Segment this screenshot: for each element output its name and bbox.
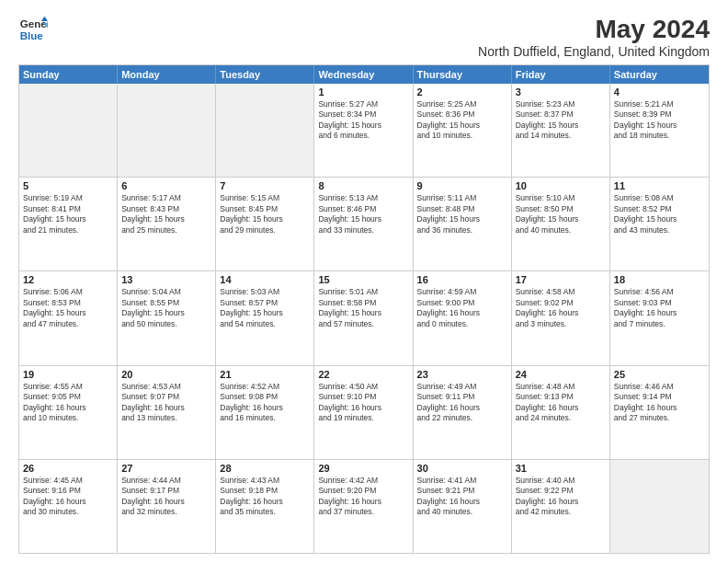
day-cell-24: 24Sunrise: 4:48 AM Sunset: 9:13 PM Dayli… bbox=[512, 366, 610, 459]
day-info: Sunrise: 4:56 AM Sunset: 9:03 PM Dayligh… bbox=[614, 287, 705, 329]
day-info: Sunrise: 4:40 AM Sunset: 9:22 PM Dayligh… bbox=[516, 476, 606, 518]
day-number: 31 bbox=[516, 463, 606, 474]
calendar-body: 1Sunrise: 5:27 AM Sunset: 8:34 PM Daylig… bbox=[19, 84, 709, 553]
day-info: Sunrise: 5:08 AM Sunset: 8:52 PM Dayligh… bbox=[614, 193, 705, 236]
day-info: Sunrise: 4:46 AM Sunset: 9:14 PM Dayligh… bbox=[614, 382, 705, 424]
week-row-4: 19Sunrise: 4:55 AM Sunset: 9:05 PM Dayli… bbox=[19, 366, 709, 460]
day-info: Sunrise: 5:01 AM Sunset: 8:58 PM Dayligh… bbox=[318, 287, 408, 329]
day-cell-5: 5Sunrise: 5:19 AM Sunset: 8:41 PM Daylig… bbox=[19, 178, 118, 270]
day-cell-19: 19Sunrise: 4:55 AM Sunset: 9:05 PM Dayli… bbox=[19, 366, 118, 459]
day-cell-7: 7Sunrise: 5:15 AM Sunset: 8:45 PM Daylig… bbox=[216, 178, 314, 270]
day-cell-10: 10Sunrise: 5:10 AM Sunset: 8:50 PM Dayli… bbox=[512, 178, 610, 270]
day-header-tuesday: Tuesday bbox=[216, 65, 314, 84]
day-cell-29: 29Sunrise: 4:42 AM Sunset: 9:20 PM Dayli… bbox=[314, 460, 413, 553]
day-number: 17 bbox=[516, 274, 606, 285]
day-number: 24 bbox=[516, 369, 606, 380]
day-info: Sunrise: 4:48 AM Sunset: 9:13 PM Dayligh… bbox=[516, 382, 606, 424]
day-info: Sunrise: 4:53 AM Sunset: 9:07 PM Dayligh… bbox=[121, 382, 211, 424]
day-info: Sunrise: 4:42 AM Sunset: 9:20 PM Dayligh… bbox=[318, 476, 408, 518]
day-info: Sunrise: 4:45 AM Sunset: 9:16 PM Dayligh… bbox=[23, 476, 113, 518]
day-cell-2: 2Sunrise: 5:25 AM Sunset: 8:36 PM Daylig… bbox=[414, 84, 512, 177]
day-cell-30: 30Sunrise: 4:41 AM Sunset: 9:21 PM Dayli… bbox=[414, 460, 512, 553]
day-cell-31: 31Sunrise: 4:40 AM Sunset: 9:22 PM Dayli… bbox=[512, 460, 610, 553]
day-number: 23 bbox=[417, 369, 507, 380]
day-info: Sunrise: 5:27 AM Sunset: 8:34 PM Dayligh… bbox=[318, 99, 408, 142]
subtitle: North Duffield, England, United Kingdom bbox=[478, 44, 710, 59]
day-number: 19 bbox=[23, 369, 113, 380]
day-cell-9: 9Sunrise: 5:11 AM Sunset: 8:48 PM Daylig… bbox=[414, 178, 512, 270]
svg-text:Blue: Blue bbox=[20, 30, 44, 41]
day-cell-21: 21Sunrise: 4:52 AM Sunset: 9:08 PM Dayli… bbox=[216, 366, 314, 459]
day-cell-22: 22Sunrise: 4:50 AM Sunset: 9:10 PM Dayli… bbox=[314, 366, 413, 459]
day-number: 14 bbox=[220, 274, 310, 285]
day-cell-14: 14Sunrise: 5:03 AM Sunset: 8:57 PM Dayli… bbox=[216, 271, 314, 364]
day-number: 12 bbox=[23, 274, 113, 285]
day-info: Sunrise: 5:11 AM Sunset: 8:48 PM Dayligh… bbox=[417, 193, 507, 236]
day-info: Sunrise: 5:17 AM Sunset: 8:43 PM Dayligh… bbox=[121, 193, 211, 236]
day-cell-1: 1Sunrise: 5:27 AM Sunset: 8:34 PM Daylig… bbox=[314, 84, 413, 177]
day-info: Sunrise: 5:04 AM Sunset: 8:55 PM Dayligh… bbox=[121, 287, 211, 329]
day-cell-3: 3Sunrise: 5:23 AM Sunset: 8:37 PM Daylig… bbox=[512, 84, 610, 177]
day-number: 28 bbox=[220, 463, 310, 474]
day-number: 15 bbox=[318, 274, 408, 285]
day-cell-11: 11Sunrise: 5:08 AM Sunset: 8:52 PM Dayli… bbox=[610, 178, 709, 270]
header: General Blue May 2024 North Duffield, En… bbox=[18, 15, 710, 59]
day-header-sunday: Sunday bbox=[19, 65, 118, 84]
day-number: 11 bbox=[614, 180, 705, 191]
day-info: Sunrise: 4:52 AM Sunset: 9:08 PM Dayligh… bbox=[220, 382, 310, 424]
day-cell-17: 17Sunrise: 4:58 AM Sunset: 9:02 PM Dayli… bbox=[512, 271, 610, 364]
day-cell-26: 26Sunrise: 4:45 AM Sunset: 9:16 PM Dayli… bbox=[19, 460, 118, 553]
week-row-1: 1Sunrise: 5:27 AM Sunset: 8:34 PM Daylig… bbox=[19, 84, 709, 178]
day-header-thursday: Thursday bbox=[414, 65, 512, 84]
day-info: Sunrise: 5:03 AM Sunset: 8:57 PM Dayligh… bbox=[220, 287, 310, 329]
day-number: 16 bbox=[417, 274, 507, 285]
day-number: 5 bbox=[23, 180, 113, 191]
day-cell-25: 25Sunrise: 4:46 AM Sunset: 9:14 PM Dayli… bbox=[610, 366, 709, 459]
empty-cell bbox=[118, 84, 216, 177]
day-header-saturday: Saturday bbox=[610, 65, 709, 84]
day-info: Sunrise: 4:50 AM Sunset: 9:10 PM Dayligh… bbox=[318, 382, 408, 424]
day-cell-28: 28Sunrise: 4:43 AM Sunset: 9:18 PM Dayli… bbox=[216, 460, 314, 553]
day-number: 10 bbox=[516, 180, 606, 191]
empty-cell bbox=[610, 460, 709, 553]
day-info: Sunrise: 4:41 AM Sunset: 9:21 PM Dayligh… bbox=[417, 476, 507, 518]
day-number: 2 bbox=[417, 86, 507, 98]
week-row-2: 5Sunrise: 5:19 AM Sunset: 8:41 PM Daylig… bbox=[19, 178, 709, 271]
day-number: 22 bbox=[318, 369, 408, 380]
day-number: 20 bbox=[121, 369, 211, 380]
day-info: Sunrise: 5:15 AM Sunset: 8:45 PM Dayligh… bbox=[220, 193, 310, 236]
day-header-wednesday: Wednesday bbox=[314, 65, 413, 84]
day-cell-12: 12Sunrise: 5:06 AM Sunset: 8:53 PM Dayli… bbox=[19, 271, 118, 364]
day-cell-16: 16Sunrise: 4:59 AM Sunset: 9:00 PM Dayli… bbox=[414, 271, 512, 364]
day-number: 3 bbox=[516, 86, 606, 98]
day-info: Sunrise: 5:25 AM Sunset: 8:36 PM Dayligh… bbox=[417, 99, 507, 142]
day-cell-13: 13Sunrise: 5:04 AM Sunset: 8:55 PM Dayli… bbox=[118, 271, 216, 364]
day-header-monday: Monday bbox=[118, 65, 216, 84]
day-info: Sunrise: 5:06 AM Sunset: 8:53 PM Dayligh… bbox=[23, 287, 113, 329]
week-row-5: 26Sunrise: 4:45 AM Sunset: 9:16 PM Dayli… bbox=[19, 460, 709, 553]
day-info: Sunrise: 4:59 AM Sunset: 9:00 PM Dayligh… bbox=[417, 287, 507, 329]
title-block: May 2024 North Duffield, England, United… bbox=[478, 15, 710, 59]
main-title: May 2024 bbox=[478, 15, 710, 44]
calendar-header: SundayMondayTuesdayWednesdayThursdayFrid… bbox=[19, 65, 709, 84]
week-row-3: 12Sunrise: 5:06 AM Sunset: 8:53 PM Dayli… bbox=[19, 271, 709, 365]
page: General Blue May 2024 North Duffield, En… bbox=[0, 0, 728, 563]
day-info: Sunrise: 5:23 AM Sunset: 8:37 PM Dayligh… bbox=[516, 99, 606, 142]
day-number: 25 bbox=[614, 369, 705, 380]
day-info: Sunrise: 4:58 AM Sunset: 9:02 PM Dayligh… bbox=[516, 287, 606, 329]
logo: General Blue bbox=[18, 15, 48, 44]
day-number: 13 bbox=[121, 274, 211, 285]
day-cell-8: 8Sunrise: 5:13 AM Sunset: 8:46 PM Daylig… bbox=[314, 178, 413, 270]
day-info: Sunrise: 4:44 AM Sunset: 9:17 PM Dayligh… bbox=[121, 476, 211, 518]
logo-icon: General Blue bbox=[18, 15, 48, 44]
day-cell-23: 23Sunrise: 4:49 AM Sunset: 9:11 PM Dayli… bbox=[414, 366, 512, 459]
day-info: Sunrise: 5:10 AM Sunset: 8:50 PM Dayligh… bbox=[516, 193, 606, 236]
day-cell-18: 18Sunrise: 4:56 AM Sunset: 9:03 PM Dayli… bbox=[610, 271, 709, 364]
day-number: 18 bbox=[614, 274, 705, 285]
day-cell-6: 6Sunrise: 5:17 AM Sunset: 8:43 PM Daylig… bbox=[118, 178, 216, 270]
day-info: Sunrise: 5:19 AM Sunset: 8:41 PM Dayligh… bbox=[23, 193, 113, 236]
calendar: SundayMondayTuesdayWednesdayThursdayFrid… bbox=[18, 64, 710, 554]
day-number: 26 bbox=[23, 463, 113, 474]
day-number: 7 bbox=[220, 180, 310, 191]
day-info: Sunrise: 4:43 AM Sunset: 9:18 PM Dayligh… bbox=[220, 476, 310, 518]
